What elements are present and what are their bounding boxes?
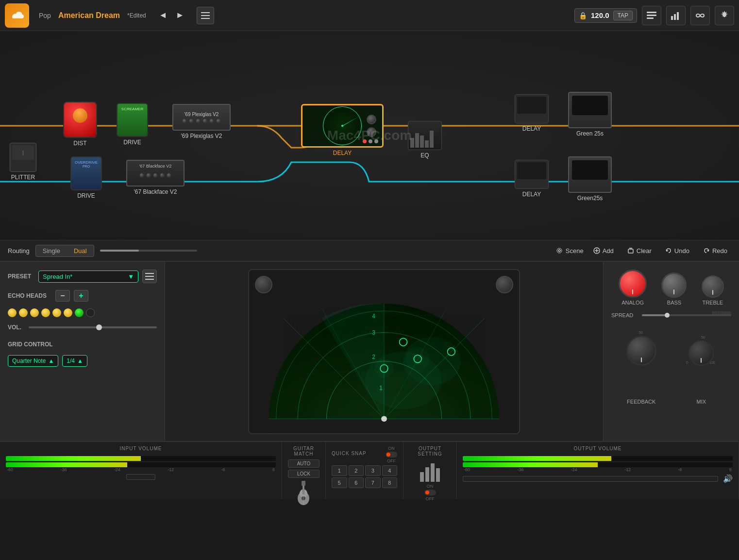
delay-bot-pedal[interactable]: DELAY (515, 160, 549, 198)
dual-button[interactable]: Dual (67, 245, 94, 256)
green-top-pedal[interactable]: Green 25s (568, 92, 612, 137)
eq-pedal[interactable]: EQ (408, 121, 442, 159)
routing-progress[interactable] (100, 250, 197, 252)
delay-screen-label: DELAY (333, 150, 352, 156)
spread-label: SPREAD (611, 312, 638, 318)
infinity-button[interactable] (690, 6, 710, 25)
dot-6[interactable] (64, 308, 72, 317)
output-meter-ch1 (463, 456, 733, 461)
snap-3[interactable]: 3 (365, 465, 381, 476)
redo-label: Redo (712, 247, 727, 255)
snap-6[interactable]: 6 (349, 477, 364, 488)
treble-knob[interactable] (702, 275, 724, 298)
output-meter-bar-2[interactable] (463, 462, 733, 467)
output-label-1: -60 (464, 467, 470, 472)
input-meter-bar-2[interactable] (6, 462, 276, 467)
output-trim-slider[interactable] (463, 476, 718, 482)
drive1-body: SCREAMER (117, 103, 148, 137)
delay-screen-pedal[interactable]: DELAY (301, 104, 384, 156)
nav-back-button[interactable]: ◄ (156, 9, 170, 21)
spread-slider[interactable]: ||||||||||||||||||| (642, 314, 731, 316)
amp1-pedal[interactable]: '69 Plexiglas V2 '69 Plexiglas V2 (172, 104, 231, 139)
output-meter-bar-1[interactable] (463, 456, 733, 461)
dot-5[interactable] (52, 308, 61, 317)
snap-5[interactable]: 5 (332, 477, 347, 488)
preset-menu-button[interactable] (142, 270, 157, 283)
logo-button[interactable] (5, 3, 29, 28)
tap-button[interactable]: TAP (613, 11, 633, 20)
drive2-body: OVERDRIVE PRO (70, 156, 102, 190)
input-meter-bar-1[interactable] (6, 456, 276, 461)
menu-icon (145, 273, 154, 280)
dot-4[interactable] (41, 308, 50, 317)
dot-7[interactable] (75, 308, 84, 317)
guitar-icon[interactable] (288, 480, 319, 507)
redo-button[interactable]: Redo (699, 245, 731, 256)
dot-2[interactable] (19, 308, 28, 317)
svg-rect-5 (677, 12, 679, 20)
bass-knob[interactable] (661, 272, 687, 298)
radar-display[interactable]: 1 2 3 4 (248, 269, 520, 434)
grid-controls: Quarter Note ▲ 1/4 ▲ (8, 355, 157, 367)
amp2-body: '67 Blackface V2 (126, 160, 185, 187)
dist-pedal[interactable]: DIST (63, 102, 97, 147)
mix-knob-group: 0 50 100 MIX (684, 334, 718, 405)
input-volume-title: INPUT VOLUME (6, 446, 276, 451)
mix-knob[interactable] (689, 340, 714, 366)
toggle-switch[interactable] (386, 452, 397, 458)
quick-snap-toggle[interactable]: ON OFF (386, 446, 397, 463)
snap-7[interactable]: 7 (365, 477, 381, 488)
snap-4[interactable]: 4 (382, 465, 398, 476)
svg-text:0: 0 (686, 361, 688, 364)
settings-button[interactable] (715, 6, 734, 25)
add-button[interactable]: Add (589, 245, 618, 256)
auto-button[interactable]: AUTO (288, 459, 319, 468)
single-button[interactable]: Single (36, 245, 67, 256)
notes-button[interactable] (642, 6, 661, 25)
chevron-up-icon-2: ▲ (77, 357, 83, 364)
svg-text:2: 2 (372, 353, 375, 360)
chart-button[interactable] (666, 6, 686, 25)
off-label: OFF (387, 458, 396, 463)
delay-top-pedal[interactable]: DELAY (515, 94, 549, 132)
delay-top-body (515, 94, 549, 123)
quarter-note-dropdown[interactable]: Quarter Note ▲ (8, 355, 58, 367)
nav-forward-button[interactable]: ► (173, 9, 187, 21)
dot-8[interactable] (86, 308, 95, 317)
drive2-pedal[interactable]: OVERDRIVE PRO DRIVE (70, 156, 102, 199)
output-toggle[interactable]: ON OFF (424, 484, 436, 501)
scene-label: Scene (566, 247, 584, 255)
output-toggle-switch[interactable] (424, 490, 436, 495)
echo-minus-button[interactable]: − (55, 290, 70, 302)
preset-row: PRESET Spread In* ▼ (8, 270, 157, 283)
scene-button[interactable]: Scene (556, 247, 584, 255)
preset-dropdown[interactable]: Spread In* ▼ (38, 271, 138, 283)
menu-button[interactable] (197, 7, 214, 24)
dot-3[interactable] (30, 308, 39, 317)
analog-knob[interactable] (619, 270, 647, 298)
svg-point-8 (557, 248, 562, 253)
snap-1[interactable]: 1 (332, 465, 347, 476)
drive1-pedal[interactable]: SCREAMER DRIVE (117, 103, 148, 146)
dist-body (63, 102, 97, 138)
lock-button[interactable]: LOCK (288, 470, 319, 478)
amp2-pedal[interactable]: '67 Blackface V2 '67 Blackface V2 (126, 160, 185, 195)
dot-1[interactable] (8, 308, 17, 317)
routing-bar: Routing Single Dual Scene Add Clear (0, 240, 739, 261)
quick-snap-title: QUICK SNAP (332, 451, 367, 456)
snap-2[interactable]: 2 (349, 465, 364, 476)
vol-slider[interactable] (29, 326, 157, 328)
svg-rect-3 (671, 16, 673, 20)
splitter-pedal[interactable]: │ PLITTER (10, 143, 36, 181)
bpm-value[interactable]: 120.0 (591, 11, 609, 19)
input-trim-slider[interactable] (126, 474, 155, 480)
feedback-knob[interactable] (626, 336, 656, 366)
echo-plus-button[interactable]: + (74, 290, 88, 302)
snap-8[interactable]: 8 (382, 477, 398, 488)
treble-label: TREBLE (702, 300, 723, 305)
bass-knob-group: BASS (661, 272, 687, 305)
undo-button[interactable]: Undo (661, 245, 693, 256)
green-bot-pedal[interactable]: Green25s (568, 156, 612, 202)
fraction-dropdown[interactable]: 1/4 ▲ (62, 355, 87, 367)
clear-button[interactable]: Clear (623, 245, 655, 256)
